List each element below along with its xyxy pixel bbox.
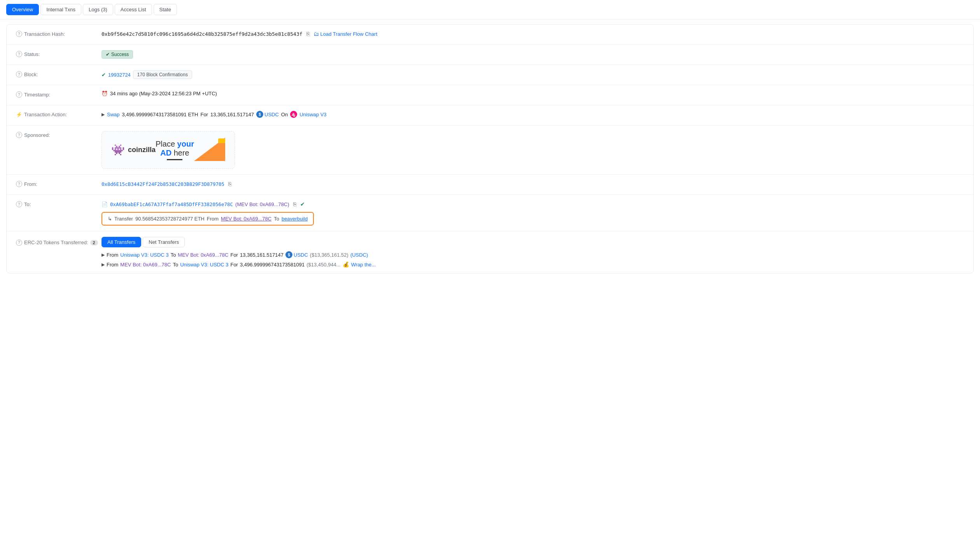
- from-value: 0x8d6E15cB3442Ff24F2b8538C203B829F3D8797…: [102, 180, 964, 188]
- dex-link[interactable]: Uniswap V3: [299, 112, 326, 117]
- coinzilla-emoji: 👾: [111, 144, 125, 156]
- ad-ad: AD: [160, 149, 173, 157]
- svg-rect-1: [218, 138, 225, 143]
- to-address-link[interactable]: 0xA69babEF1cA67A37Ffaf7a485DfFF3382056e7…: [110, 201, 233, 207]
- lightning-icon: ⚡: [16, 112, 22, 117]
- to-label: ? To:: [16, 200, 102, 207]
- block-row: ? Block: ✔ 19932724 170 Block Confirmati…: [7, 65, 973, 85]
- erc20-row: ? ERC-20 Tokens Transferred: 2 All Trans…: [7, 231, 973, 273]
- transfer1-token-link[interactable]: (USDC): [350, 252, 368, 258]
- action-label: ⚡ Transaction Action:: [16, 111, 102, 117]
- mev-label: (MEV Bot: 0xA69...78C): [235, 201, 289, 207]
- transaction-card: ? Transaction Hash: 0xb9f56e42c7d5810fc0…: [6, 24, 974, 273]
- transfer-from-link[interactable]: MEV Bot: 0xA69...78C: [221, 216, 271, 222]
- load-chart-link[interactable]: 🗂 Load Transfer Flow Chart: [313, 31, 378, 37]
- all-transfers-tab[interactable]: All Transfers: [102, 237, 141, 247]
- transfer-highlight: ↳ Transfer 90.568542353728724977 ETH Fro…: [102, 212, 314, 226]
- transfer1-to-link[interactable]: MEV Bot: 0xA69...78C: [178, 252, 228, 258]
- from-label: ? From:: [16, 180, 102, 187]
- tab-state[interactable]: State: [154, 4, 177, 15]
- help-icon-from: ?: [16, 181, 22, 187]
- arrow-tri-2: ▶: [102, 262, 105, 267]
- action-row: ⚡ Transaction Action: ▶ Swap 3,496.99999…: [7, 105, 973, 126]
- tx-hash-value: 0xb9f56e42c7d5810fc096c1695a6d4d2c48b325…: [102, 30, 964, 38]
- arrow-icon: ▶: [102, 112, 105, 117]
- transfer1-from-link[interactable]: Uniswap V3: USDC 3: [120, 252, 168, 258]
- status-badge: ✔ Success: [102, 50, 133, 59]
- ad-text: Place your AD here: [156, 140, 194, 160]
- ad-graphic: [194, 138, 225, 162]
- tab-logs[interactable]: Logs (3): [83, 4, 113, 15]
- check-icon: ✔: [106, 52, 110, 57]
- usdc-badge-1: $ USDC: [285, 251, 308, 258]
- status-label: ? Status:: [16, 50, 102, 57]
- tab-access-list[interactable]: Access List: [115, 4, 152, 15]
- block-value: ✔ 19932724 170 Block Confirmations: [102, 70, 964, 79]
- usdc-icon-1: $: [285, 251, 292, 258]
- tx-hash-row: ? Transaction Hash: 0xb9f56e42c7d5810fc0…: [7, 24, 973, 45]
- ad-place: Place: [156, 140, 177, 148]
- usdc-link[interactable]: USDC: [264, 112, 279, 117]
- block-label: ? Block:: [16, 70, 102, 77]
- transfer2-amount: 3,496.999996743173581091: [240, 262, 304, 268]
- erc20-badge: 2: [90, 240, 98, 245]
- tx-hash-label: ? Transaction Hash:: [16, 30, 102, 37]
- confirmations-badge: 170 Block Confirmations: [133, 70, 192, 79]
- transfer-tabs: All Transfers Net Transfers: [102, 237, 185, 247]
- timestamp-value: ⏰ 34 mins ago (May-23-2024 12:56:23 PM +…: [102, 91, 964, 96]
- timestamp-label: ? Timestamp:: [16, 91, 102, 98]
- action-value: ▶ Swap 3,496.999996743173581091 ETH For …: [102, 111, 964, 118]
- help-icon-erc20: ?: [16, 240, 22, 246]
- swap-link[interactable]: Swap: [107, 112, 120, 117]
- usdc-badge: $ USDC: [256, 111, 279, 118]
- sponsored-label: ? Sponsored:: [16, 131, 102, 138]
- chart-icon: 🗂: [313, 31, 319, 37]
- ad-underline: [167, 159, 182, 160]
- sponsored-box[interactable]: 👾 coinzilla Place your AD here: [102, 131, 235, 169]
- help-icon-status: ?: [16, 51, 22, 57]
- usdc-icon: $: [256, 111, 263, 118]
- from-row: ? From: 0x8d6E15cB3442Ff24F2b8538C203B82…: [7, 175, 973, 195]
- list-item: ▶ From MEV Bot: 0xA69...78C To Uniswap V…: [102, 261, 964, 268]
- copy-to-button[interactable]: ⎘: [292, 200, 298, 208]
- to-value: 📄 0xA69babEF1cA67A37Ffaf7a485DfFF3382056…: [102, 200, 964, 208]
- help-icon-block: ?: [16, 71, 22, 77]
- help-icon-to: ?: [16, 201, 22, 207]
- transfer2-token-link[interactable]: Wrap the...: [351, 262, 376, 268]
- coinzilla-logo: 👾 coinzilla: [111, 144, 156, 156]
- ad-your: your: [177, 140, 194, 148]
- transfer2-from-link[interactable]: MEV Bot: 0xA69...78C: [120, 262, 171, 268]
- sponsored-value: 👾 coinzilla Place your AD here: [102, 131, 964, 169]
- list-item: ▶ From Uniswap V3: USDC 3 To MEV Bot: 0x…: [102, 251, 964, 258]
- transfer2-to-link[interactable]: Uniswap V3: USDC 3: [180, 262, 228, 268]
- transfer-arrow: ↳: [108, 216, 112, 222]
- net-transfers-tab[interactable]: Net Transfers: [143, 237, 185, 247]
- sponsored-row: ? Sponsored: 👾 coinzilla Place your AD h…: [7, 126, 973, 175]
- copy-from-button[interactable]: ⎘: [227, 180, 233, 188]
- tx-hash-text: 0xb9f56e42c7d5810fc096c1695a6d4d2c48b325…: [102, 31, 303, 37]
- help-icon: ?: [16, 31, 22, 37]
- from-address-link[interactable]: 0x8d6E15cB3442Ff24F2b8538C203B829F3D8797…: [102, 181, 224, 187]
- transfer2-usd: ($13,450,944...: [306, 262, 340, 268]
- tab-overview[interactable]: Overview: [6, 4, 39, 15]
- erc20-value: All Transfers Net Transfers: [102, 237, 964, 247]
- copy-hash-button[interactable]: ⎘: [305, 30, 311, 38]
- usdc-link-1[interactable]: USDC: [294, 252, 308, 258]
- verified-icon: ✔: [300, 201, 305, 207]
- transfer1-usd: ($13,365,161.52): [310, 252, 348, 258]
- uniswap-icon: 🦄: [290, 111, 297, 118]
- erc20-label: ? ERC-20 Tokens Transferred: 2: [16, 239, 102, 246]
- transfer-items: ▶ From Uniswap V3: USDC 3 To MEV Bot: 0x…: [102, 251, 964, 268]
- triangle-graphic: [194, 138, 225, 161]
- block-check-icon: ✔: [102, 72, 106, 78]
- help-icon-ts: ?: [16, 91, 22, 98]
- tab-internal-txns[interactable]: Internal Txns: [40, 4, 81, 15]
- contract-icon: 📄: [102, 201, 108, 207]
- transfer1-amount: 13,365,161.517147: [240, 252, 284, 258]
- help-icon-sp: ?: [16, 132, 22, 138]
- tab-bar: Overview Internal Txns Logs (3) Access L…: [0, 0, 980, 19]
- ad-here: here: [174, 149, 189, 157]
- transfer-to-link[interactable]: beaverbuild: [282, 216, 308, 222]
- block-number-link[interactable]: 19932724: [108, 72, 131, 78]
- to-row: ? To: 📄 0xA69babEF1cA67A37Ffaf7a485DfFF3…: [7, 195, 973, 231]
